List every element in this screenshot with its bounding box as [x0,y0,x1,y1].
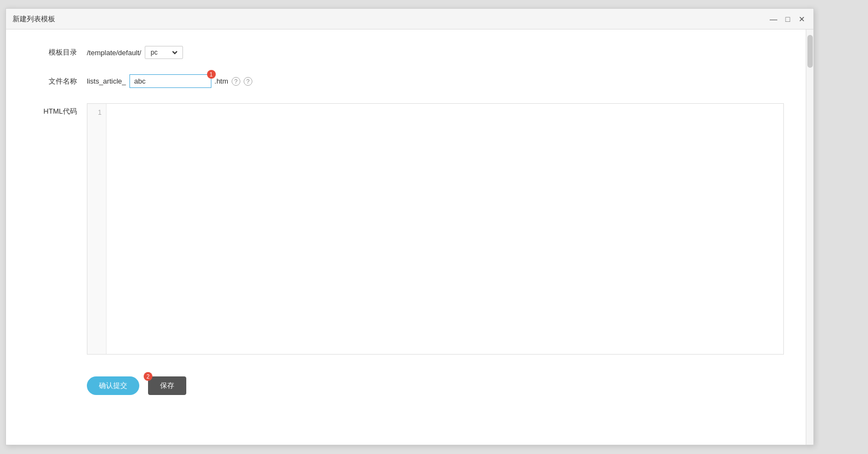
dir-select[interactable]: pc mobile wap [149,48,179,57]
help-icon-1[interactable]: ? [232,77,240,86]
badge-1: 1 [207,70,216,79]
confirm-submit-button[interactable]: 确认提交 [87,376,139,395]
code-content[interactable] [107,104,783,354]
minimize-button[interactable]: — [769,14,778,24]
help-icon-2[interactable]: ? [244,77,252,86]
window-body: 模板目录 /template/default/ pc mobile wap 文件… [6,30,813,445]
filename-row: 文件名称 lists_article_ 1 .htm ? ? [28,74,784,88]
close-button[interactable]: ✕ [797,14,807,24]
title-bar: 新建列表模板 — □ ✕ [6,9,813,30]
save-badge-wrapper: 2 保存 [148,376,186,395]
maximize-button[interactable]: □ [783,14,793,24]
filename-content: lists_article_ 1 .htm ? ? [87,74,784,88]
content-area: 模板目录 /template/default/ pc mobile wap 文件… [6,30,806,445]
filename-badge-container: 1 [129,74,211,88]
badge-2: 2 [144,372,152,381]
template-dir-content: /template/default/ pc mobile wap [87,46,784,59]
dir-select-wrapper[interactable]: pc mobile wap [145,46,183,59]
template-dir-label: 模板目录 [28,48,77,57]
filename-input[interactable] [129,74,211,88]
dir-path-text: /template/default/ [87,49,141,57]
html-code-label: HTML代码 [28,103,77,116]
html-code-row: HTML代码 1 [28,103,784,355]
window-controls: — □ ✕ [769,14,807,24]
footer-row: 确认提交 2 保存 [87,370,784,402]
main-window: 新建列表模板 — □ ✕ 模板目录 /template/default/ pc … [5,8,814,445]
template-dir-row: 模板目录 /template/default/ pc mobile wap [28,46,784,59]
filename-label: 文件名称 [28,76,77,86]
code-editor[interactable]: 1 [87,103,784,355]
filename-suffix: .htm [215,77,228,85]
filename-prefix: lists_article_ [87,77,126,85]
line-number-1: 1 [98,107,102,118]
line-numbers: 1 [87,104,107,354]
scrollbar-thumb[interactable] [807,35,813,68]
right-scrollbar [806,30,813,445]
save-button[interactable]: 保存 [148,376,186,395]
window-title: 新建列表模板 [13,14,55,24]
